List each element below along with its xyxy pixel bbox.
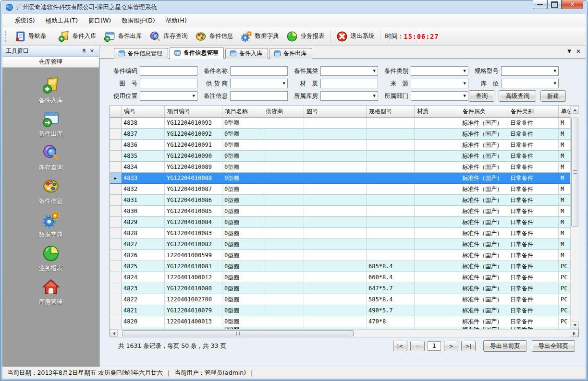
maximize-button[interactable] — [547, 0, 562, 9]
use-position-select[interactable]: ▼ — [140, 91, 197, 101]
tab-close-icon[interactable]: ✕ — [576, 48, 581, 55]
spare-code-input[interactable] — [140, 66, 197, 76]
material-input[interactable] — [320, 79, 378, 88]
sidebar-item-spare-info[interactable]: 备件信息 — [2, 174, 99, 208]
toolbar-spare-out-button[interactable]: 备件出库 — [100, 29, 146, 44]
table-row[interactable]: 4829 YG12204010084 0型圈 标准件（国产） 日常备件 — [110, 217, 570, 228]
vertical-scroll-track[interactable] — [571, 114, 579, 321]
table-row[interactable]: 4832 YG12204010087 0型圈 标准件（国产） 日常备件 — [110, 184, 570, 195]
menu-item[interactable]: 数据维护(D) — [116, 14, 160, 27]
menu-item[interactable]: 系统(S) — [9, 14, 40, 27]
grid-header-cell[interactable]: 备件属类 — [460, 106, 508, 117]
document-tab[interactable]: 备件出库 — [270, 48, 312, 59]
scroll-up-button[interactable] — [571, 106, 579, 114]
location-select[interactable]: ▼ — [501, 79, 559, 88]
row-indicator-cell — [110, 162, 122, 173]
grid-header-cell[interactable]: 规格型号 — [367, 106, 415, 117]
scroll-left-icon — [111, 332, 115, 335]
table-row[interactable]: 4824 1220401400012 0型圈 660*8.4 标准件（国产） — [110, 272, 570, 283]
spare-type-select[interactable]: ▼ — [411, 66, 468, 76]
table-row[interactable]: 4837 YG12204010092 0型圈 标准件（国产） 日常备件 — [110, 129, 570, 140]
tab-list-caret-icon[interactable]: ▼ — [567, 48, 571, 55]
horizontal-scroll-thumb[interactable] — [122, 330, 354, 336]
horizontal-scrollbar[interactable] — [110, 329, 578, 337]
grid-header-cell[interactable]: 项目编号 — [165, 106, 222, 117]
table-row[interactable]: 4821 YG12204010079 0型圈 490*5.7 标准件（国产） — [110, 305, 570, 316]
toolbar-spare-in-button[interactable]: 备件入库 — [54, 29, 100, 44]
table-row[interactable]: 4826 1220401000599 0型圈 标准件（国产） 日常备件 — [110, 250, 570, 261]
grid-header-cell[interactable]: 供货商 — [263, 106, 304, 117]
grid-header-cell[interactable]: 单位 — [559, 106, 570, 117]
table-row[interactable]: 4830 YG12204010085 0型圈 标准件（国产） 日常备件 — [110, 206, 570, 217]
grid-header-cell[interactable]: 备件类别 — [508, 106, 559, 117]
table-row[interactable]: 4835 YG12204010090 0型圈 标准件（国产） 日常备件 — [110, 151, 570, 162]
prev-page-button[interactable]: < — [410, 341, 425, 351]
grid-header-cell[interactable]: 项目名称 — [222, 106, 263, 117]
grid-header-cell[interactable] — [110, 106, 122, 117]
table-row[interactable]: 4827 YG12204010082 0型圈 标准件（国产） 日常备件 — [110, 239, 570, 250]
document-tab[interactable]: 备件信息管理 — [114, 48, 168, 59]
last-page-button[interactable]: >| — [461, 341, 476, 351]
query-button[interactable]: 查询 — [469, 90, 494, 102]
page-input[interactable] — [428, 341, 441, 351]
pin-button[interactable] — [80, 47, 88, 55]
sidebar-item-spare-in[interactable]: 备件入库 — [2, 73, 99, 107]
sidebar-item-data-dictionary[interactable]: 数据字典 — [2, 208, 99, 241]
export-current-page-button[interactable]: 导出当前页 — [483, 340, 527, 352]
table-row[interactable]: ▶ 4833 YG12204010088 0型圈 标准件（国产） — [110, 173, 570, 184]
dropdown-arrow-icon: ▼ — [373, 94, 376, 98]
sidebar-group-warehouse[interactable]: 仓库管理 — [2, 57, 99, 68]
spare-name-input[interactable] — [230, 66, 288, 76]
pane-close-button[interactable]: ✕ — [88, 47, 96, 55]
supplier-select[interactable]: ▼ — [230, 79, 288, 88]
document-tab[interactable]: 备件入库 — [225, 48, 268, 59]
next-page-button[interactable]: > — [444, 341, 458, 351]
table-row[interactable]: 4836 YG12204010091 0型圈 标准件（国产） 日常备件 — [110, 140, 570, 151]
vertical-scrollbar[interactable] — [570, 106, 579, 329]
horizontal-scroll-track[interactable] — [118, 330, 571, 337]
table-row[interactable]: 4825 YG12204010081 0型圈 685*8.4 标准件（国产） — [110, 261, 570, 272]
export-all-pages-button[interactable]: 导出全部页 — [532, 340, 576, 352]
table-row[interactable]: 4823 YG12204010080 0型圈 647*5.7 标准件（国产） — [110, 283, 570, 294]
close-button[interactable]: ✕ — [562, 0, 583, 9]
table-row[interactable]: 4831 YG12204010086 0型圈 标准件（国产） 日常备件 — [110, 195, 570, 206]
department-select[interactable]: ▼ — [411, 91, 468, 101]
grid-header-cell[interactable]: 材质 — [415, 106, 460, 117]
grid-header-cell[interactable]: 图号 — [304, 106, 367, 117]
remark-input[interactable] — [230, 91, 288, 101]
toolbar-data-dictionary-button[interactable]: 数据字典 — [237, 29, 282, 44]
vertical-scroll-thumb[interactable] — [571, 118, 578, 226]
source-select[interactable]: ▼ — [411, 79, 468, 88]
table-row[interactable]: 4838 YG12204010093 0型圈 标准件（国产） 日常备件 — [110, 118, 570, 129]
menu-item[interactable]: 辅助工具(T) — [40, 14, 83, 27]
toolbar-inventory-query-button[interactable]: 库存查询 — [146, 29, 191, 44]
titlebar[interactable]: 广州爱奇迪软件科技有限公司-深田之星仓库管理系统 ✕ — [0, 0, 588, 14]
sidebar-item-warehouse-mgmt[interactable]: 库房管理 — [2, 275, 99, 309]
sidebar-item-report[interactable]: 业务报表 — [2, 241, 99, 275]
table-row[interactable]: 4828 YG12204010083 0型圈 标准件（国产） 日常备件 — [110, 228, 570, 239]
warehouse-select[interactable]: ▼ — [320, 91, 378, 101]
sidebar-item-inventory-query[interactable]: 库存查询 — [2, 141, 99, 174]
document-tab[interactable]: 备件信息管理 — [170, 47, 224, 59]
first-page-button[interactable]: |< — [393, 341, 407, 351]
table-row[interactable]: 4822 1220401002700 0型圈 585*8.4 标准件（国产） — [110, 294, 570, 305]
new-button[interactable]: 新建 — [540, 90, 566, 102]
drawing-no-input[interactable] — [140, 79, 197, 88]
menu-item[interactable]: 帮助(H) — [160, 14, 192, 27]
advanced-query-button[interactable]: 高级查询 — [499, 90, 536, 102]
toolbar-spare-info-button[interactable]: 备件信息 — [191, 29, 237, 44]
menu-item[interactable]: 窗口(W) — [83, 14, 116, 27]
spare-category-select[interactable]: ▼ — [320, 66, 378, 76]
grid-header-cell[interactable]: 编号 — [122, 106, 165, 117]
table-row[interactable]: 4834 YG12204010089 0型圈 标准件（国产） 日常备件 — [110, 162, 570, 173]
table-row[interactable]: 4820 1220401400013 0型圈 470*8 标准件（国产） — [110, 316, 570, 327]
toolbar-exit-button[interactable]: 退出系统 — [332, 29, 378, 44]
spec-model-select[interactable]: ▼ — [501, 66, 559, 76]
scroll-left-button[interactable] — [110, 330, 118, 337]
toolbar-report-button[interactable]: 业务报表 — [282, 29, 328, 44]
minimize-button[interactable] — [533, 0, 547, 9]
scroll-right-button[interactable] — [571, 330, 578, 337]
scroll-down-button[interactable] — [571, 321, 579, 329]
toolbar-nav-button[interactable]: 导航条 — [10, 29, 50, 44]
sidebar-item-spare-out[interactable]: 备件出库 — [2, 107, 99, 141]
